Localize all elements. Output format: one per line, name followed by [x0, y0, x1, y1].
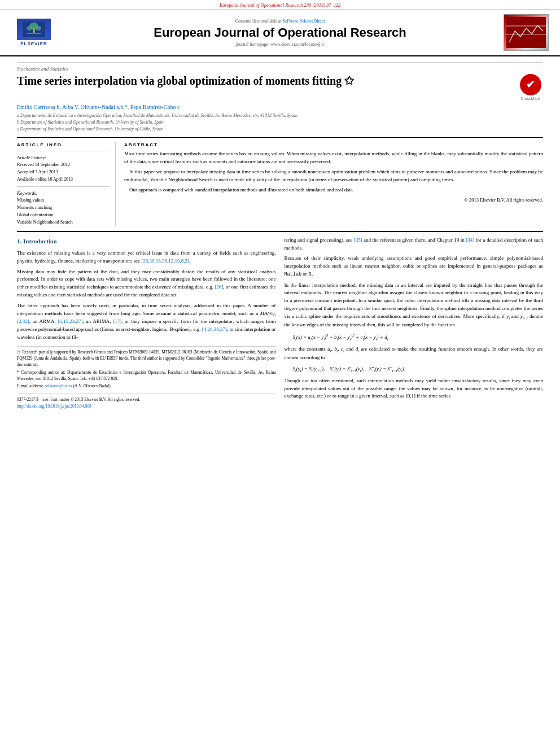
journal-header: ELSEVIER Contents lists available at Sci… [0, 10, 560, 56]
article-history: Received 14 September 2012 Accepted 7 Ap… [17, 161, 110, 183]
footer-issn: 0377-2217/$ – see front matter © 2013 El… [17, 396, 276, 403]
affiliation-a: a Departamento de Estadística e Investig… [17, 112, 543, 119]
email-link[interactable]: aolivares@us.es [45, 383, 72, 388]
svg-rect-8 [506, 34, 546, 35]
ref-link-5[interactable]: [17] [113, 318, 121, 324]
svg-rect-5 [27, 33, 41, 34]
keyword-3: Global optimization [17, 212, 110, 219]
ref-link-2[interactable]: [26] [215, 284, 223, 290]
doi-link[interactable]: http://dx.doi.org/10.1016/j.ejor.2013.04… [17, 404, 91, 409]
keywords-title: Keywords: [17, 190, 110, 196]
svg-rect-2 [33, 28, 35, 33]
body-right-para-4: where the constants ai, bi, ci and di ar… [285, 346, 544, 362]
body-right-para-2: Because of their simplicity, weak underl… [285, 255, 544, 278]
info-divider-2 [17, 186, 110, 187]
body-right-para-5: Though not too often mentioned, such int… [285, 377, 544, 401]
article-title: Time series interpolation via global opt… [17, 74, 512, 88]
journal-title-area: Contents lists available at SciVerse Sci… [62, 19, 498, 47]
journal-reference: European Journal of Operational Research… [220, 2, 340, 8]
body-col-right: tering and signal processing), see [35] … [285, 237, 544, 410]
ref-link-8[interactable]: [34] [466, 237, 474, 243]
sciverse-line: Contents lists available at SciVerse Sci… [62, 19, 498, 24]
keywords-list: Missing values Moments matching Global o… [17, 197, 110, 226]
section-title: Introduction [23, 238, 57, 244]
body-col-left: 1. Introduction The existence of missing… [17, 237, 276, 410]
affiliations: a Departamento de Estadística e Investig… [17, 112, 543, 133]
body-right-para-1: tering and signal processing), see [35] … [285, 237, 544, 252]
abstract-header: ABSTRACT [124, 142, 543, 147]
info-divider-1 [17, 151, 110, 151]
body-section: 1. Introduction The existence of missing… [17, 231, 543, 410]
abstract-para-1: Most time series forecasting methods ass… [124, 150, 543, 166]
sciverse-link[interactable]: SciVerse ScienceDirect [283, 19, 325, 24]
footnote-star: ✩ Research partially supported by Resear… [17, 349, 276, 368]
body-right-para-3: In the linear interpolation method, the … [285, 282, 544, 330]
history-accepted: Accepted 7 April 2013 [17, 169, 110, 176]
footnote-section: ✩ Research partially supported by Resear… [17, 346, 276, 390]
affiliation-c: c Department of Statistics and Operation… [17, 126, 543, 133]
article-history-title: Article history: [17, 155, 110, 160]
page-footer: 0377-2217/$ – see front matter © 2013 El… [17, 394, 276, 409]
crossmark-label: CrossMark [521, 97, 540, 101]
svg-rect-7 [506, 25, 546, 27]
body-para-3: The latter approach has been widely used… [17, 302, 276, 342]
crossmark-icon: ✔ [520, 74, 541, 95]
equation-smooth-conditions: Si(yi) = Si(yi+1), S′i(yi) = S′i−1(yi), … [285, 365, 544, 374]
footnote-email: E-mail address: aolivares@us.es (A.V. Ol… [17, 383, 276, 389]
crossmark-badge: ✔ CrossMark [518, 74, 543, 101]
ref-link-7[interactable]: [35] [354, 237, 362, 243]
homepage-url: journal homepage: www.elsevier.com/locat… [62, 42, 498, 47]
elsevier-wordmark: ELSEVIER [20, 41, 47, 46]
article-container: Stochastics and Statistics Time series i… [0, 56, 560, 418]
history-online: Available online 16 April 2013 [17, 176, 110, 184]
elsevier-tree-icon [23, 21, 45, 37]
ref-link-6[interactable]: [4,20,38,37] [202, 326, 227, 332]
ref-link-3[interactable]: [2,32] [17, 318, 29, 324]
top-banner: European Journal of Operational Research… [0, 0, 560, 10]
info-abstract-section: ARTICLE INFO Article history: Received 1… [17, 137, 543, 226]
abstract-para-2: In this paper we propose to interpolate … [124, 168, 543, 184]
footer-doi: http://dx.doi.org/10.1016/j.ejor.2013.04… [17, 403, 276, 410]
equation-spline: Si(x) = ai(x − yi)3 + bi(x − yi)2 + ci(x… [285, 333, 544, 342]
svg-point-3 [27, 26, 32, 30]
ref-link-1[interactable]: [26,30,18,36,12,19,8,3] [141, 258, 189, 264]
authors-line: Emilio Carrizosa b, Alba V. Olivares-Nad… [17, 104, 543, 110]
keyword-1: Missing values [17, 197, 110, 204]
cover-image [506, 17, 546, 48]
abstract-para-3: Our approach is compared with standard i… [124, 186, 543, 194]
body-para-2: Missing data may hide the pattern of the… [17, 268, 276, 300]
copyright-line: © 2013 Elsevier B.V. All rights reserved… [124, 197, 543, 203]
body-para-1: The existence of missing values is a ver… [17, 250, 276, 265]
keyword-2: Moments matching [17, 204, 110, 212]
svg-point-4 [36, 26, 41, 30]
title-row: Time series interpolation via global opt… [17, 74, 543, 101]
affiliation-b: b Department of Statistics and Operation… [17, 119, 543, 126]
abstract-column: ABSTRACT Most time series forecasting me… [124, 142, 543, 226]
elsevier-logo-box [17, 19, 51, 40]
journal-cover-thumbnail [504, 14, 549, 51]
section-number: 1. [17, 238, 21, 244]
journal-name: European Journal of Operational Research [62, 25, 498, 40]
history-received: Received 14 September 2012 [17, 161, 110, 169]
keyword-4: Variable Neighborhood Search [17, 219, 110, 226]
section-label: Stochastics and Statistics [17, 62, 543, 72]
article-info-header: ARTICLE INFO [17, 142, 110, 147]
footnote-corresponding: * Corresponding author at: Departamento … [17, 369, 276, 382]
svg-rect-6 [506, 17, 546, 48]
sciverse-prefix: Contents lists available at [235, 19, 283, 24]
elsevier-logo: ELSEVIER [11, 19, 56, 46]
section-1-heading: 1. Introduction [17, 237, 276, 246]
abstract-text: Most time series forecasting methods ass… [124, 150, 543, 194]
article-info-column: ARTICLE INFO Article history: Received 1… [17, 142, 116, 226]
ref-link-4[interactable]: [6,15,23,27] [58, 318, 82, 324]
